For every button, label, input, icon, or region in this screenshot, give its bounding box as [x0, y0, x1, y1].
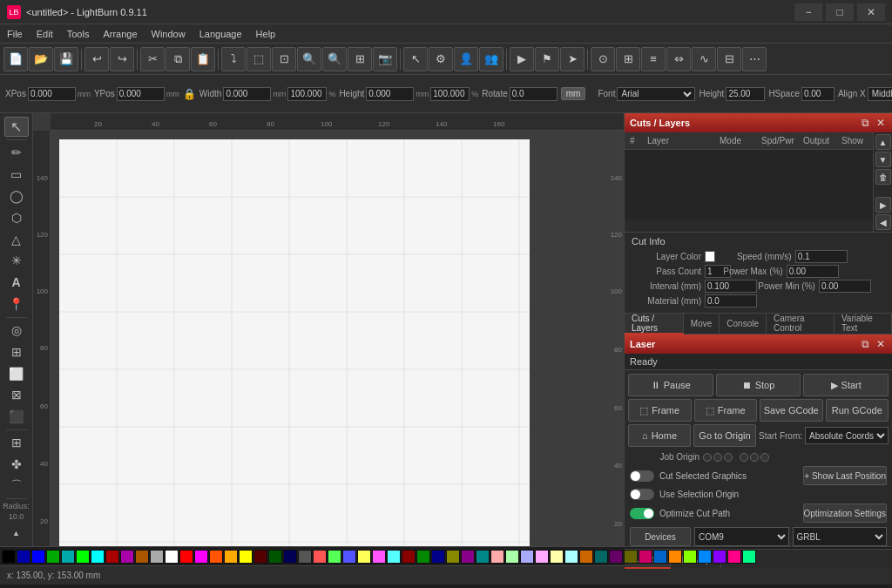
color-swatch[interactable] — [639, 550, 652, 564]
crop-tool[interactable]: ⊞ — [4, 341, 29, 362]
cut-button[interactable]: ✂ — [140, 47, 165, 71]
cuts-up-btn[interactable]: ▲ — [875, 134, 891, 150]
menu-item-language[interactable]: Language — [193, 27, 249, 41]
camera2-btn[interactable]: ⊙ — [591, 47, 615, 71]
color-swatch[interactable] — [653, 550, 667, 564]
color-swatch[interactable] — [313, 550, 327, 564]
color-swatch[interactable] — [579, 550, 593, 564]
color-swatch[interactable] — [505, 550, 519, 564]
play-btn[interactable]: ▶ — [510, 47, 534, 71]
color-swatch[interactable] — [461, 550, 475, 564]
color-swatch[interactable] — [298, 550, 312, 564]
connect-btn[interactable]: ⊟ — [717, 47, 741, 71]
color-swatch[interactable] — [17, 550, 30, 564]
menu-item-edit[interactable]: Edit — [30, 27, 60, 41]
run-gcode-button[interactable]: Run GCode — [826, 399, 889, 422]
pen-tool[interactable]: ✏ — [4, 143, 29, 163]
align-x-select[interactable]: Middle — [868, 87, 892, 101]
radio-5[interactable] — [750, 453, 759, 462]
optimize-cut-toggle[interactable] — [630, 508, 654, 519]
color-swatch[interactable] — [179, 550, 193, 564]
save-button[interactable]: 💾 — [54, 47, 78, 71]
person-btn[interactable]: 👤 — [454, 47, 478, 71]
color-swatch[interactable] — [46, 550, 60, 564]
color-swatch[interactable] — [535, 550, 549, 564]
zoom-fit-button[interactable]: ⊡ — [272, 47, 296, 71]
stop-button[interactable]: ⏹ Stop — [716, 374, 801, 396]
path-tool[interactable]: ✳ — [4, 251, 29, 271]
menu-item-arrange[interactable]: Arrange — [96, 27, 144, 41]
open-button[interactable]: 📂 — [29, 47, 53, 71]
frame-button-1[interactable]: ⬚ Frame — [628, 399, 692, 422]
color-swatch[interactable] — [31, 550, 45, 564]
save-gcode-button[interactable]: Save GCode — [760, 399, 823, 422]
menu-item-file[interactable]: File — [0, 27, 30, 41]
boolean-tool[interactable]: ⊠ — [4, 385, 29, 405]
color-swatch[interactable] — [165, 550, 179, 564]
color-swatch[interactable] — [713, 550, 726, 564]
color-swatch[interactable] — [253, 550, 267, 564]
text-tool[interactable]: A — [4, 273, 29, 293]
height-input[interactable] — [366, 87, 414, 101]
grid-tool[interactable]: ⊞ — [4, 433, 29, 453]
speed-input[interactable] — [795, 250, 848, 263]
color-swatch[interactable] — [727, 550, 741, 564]
cuts-delete-btn[interactable]: 🗑 — [875, 169, 891, 185]
pin-tool[interactable]: 📍 — [4, 294, 29, 314]
color-swatch[interactable] — [239, 550, 253, 564]
tab-move[interactable]: Move — [684, 314, 720, 335]
optimization-settings-btn[interactable]: Optimization Settings — [803, 504, 888, 523]
tab-console[interactable]: Console — [720, 314, 767, 335]
offset-tool[interactable]: ⬜ — [4, 363, 29, 383]
laser-close-btn[interactable]: ✕ — [875, 338, 887, 350]
color-swatch[interactable] — [416, 550, 430, 564]
color-swatch[interactable] — [402, 550, 416, 564]
copy-button[interactable]: ⧉ — [166, 47, 190, 71]
color-swatch[interactable] — [120, 550, 134, 564]
mm-badge[interactable]: mm — [561, 87, 586, 100]
menu-item-window[interactable]: Window — [145, 27, 193, 41]
color-swatch[interactable] — [742, 550, 756, 564]
color-swatch[interactable] — [564, 550, 578, 564]
show-last-pos-btn[interactable]: + Show Last Position — [803, 466, 887, 485]
color-swatch[interactable] — [431, 550, 445, 564]
power-max-input[interactable] — [787, 265, 839, 278]
radio-1[interactable] — [703, 453, 712, 462]
color-swatch[interactable] — [446, 550, 460, 564]
arrow-btn[interactable]: ➤ — [560, 47, 585, 71]
node-tool[interactable]: ◎ — [4, 320, 29, 340]
canvas-area[interactable]: 20 40 60 80 100 120 140 160 140 120 100 … — [33, 113, 624, 546]
close-button[interactable]: ✕ — [857, 3, 885, 21]
color-swatch[interactable] — [194, 550, 208, 564]
font-height-input[interactable] — [726, 87, 765, 101]
menu-item-tools[interactable]: Tools — [60, 27, 97, 41]
radio-3[interactable] — [724, 453, 733, 462]
grbl-select[interactable]: GRBL — [793, 527, 888, 546]
color-swatch[interactable] — [342, 550, 356, 564]
radio-2[interactable] — [713, 453, 722, 462]
person2-btn[interactable]: 👥 — [479, 47, 503, 71]
cuts-layers-close-btn[interactable]: ✕ — [875, 117, 887, 129]
use-selection-toggle[interactable] — [630, 489, 654, 500]
grid-btn[interactable]: ⊞ — [616, 47, 640, 71]
color-swatch[interactable] — [387, 550, 401, 564]
minimize-button[interactable]: − — [794, 3, 822, 21]
select-button[interactable]: ⊞ — [348, 47, 372, 71]
lock-icon[interactable]: 🔒 — [183, 88, 196, 100]
font-select[interactable]: Arial — [617, 87, 695, 101]
color-swatch[interactable] — [328, 550, 341, 564]
color-swatch[interactable] — [91, 550, 105, 564]
com-select[interactable]: COM9 — [694, 527, 789, 546]
undo-button[interactable]: ↩ — [84, 47, 109, 71]
color-swatch[interactable] — [609, 550, 623, 564]
cuts-right-btn[interactable]: ▶ — [875, 197, 891, 213]
color-swatch[interactable] — [105, 550, 119, 564]
flag-btn[interactable]: ⚑ — [535, 47, 559, 71]
tab-variable-text[interactable]: Variable Text — [835, 314, 892, 335]
cut-selected-toggle[interactable] — [630, 470, 654, 482]
zoom-out-button[interactable]: 🔍 — [322, 47, 347, 71]
color-swatch[interactable] — [698, 550, 712, 564]
color-swatch[interactable] — [283, 550, 297, 564]
zoom-in-button[interactable]: 🔍 — [297, 47, 321, 71]
cuts-layers-float-btn[interactable]: ⧉ — [860, 117, 871, 129]
